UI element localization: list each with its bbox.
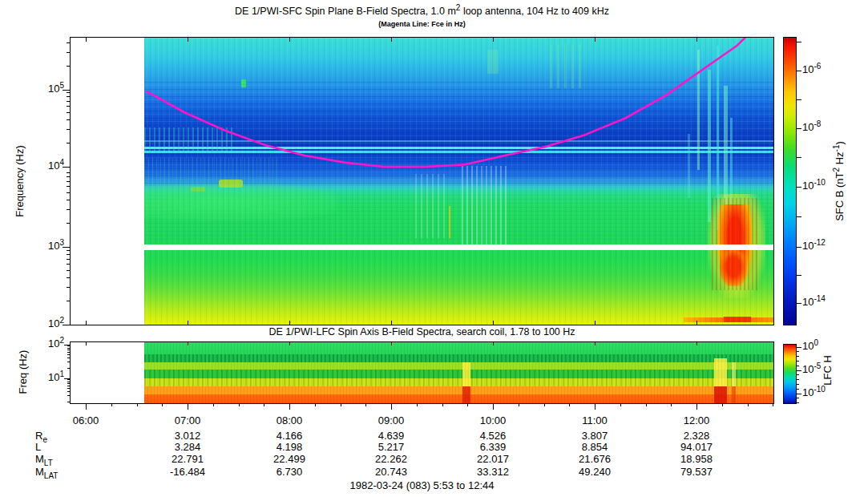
lfc-colorbar-tick-label: 10-10 [802, 386, 826, 398]
tick-mark [696, 38, 697, 42]
tick-mark [67, 362, 71, 362]
ephemeris-value: 4.639 [355, 430, 427, 442]
tick-mark [188, 38, 188, 42]
tick-mark [391, 403, 392, 410]
tick-mark [67, 264, 71, 265]
ephemeris-value: 4.166 [253, 430, 325, 442]
x-axis-time-label: 11:00 [571, 414, 619, 426]
tick-mark [671, 403, 672, 406]
sfc-ytick-label: 102 [24, 317, 64, 329]
ephemeris-value: 8.854 [559, 441, 631, 453]
tick-mark [67, 270, 71, 271]
ephemeris-value: 20.743 [355, 466, 427, 478]
tick-mark [341, 403, 341, 406]
ephemeris-value: -16.484 [151, 466, 224, 478]
ephemeris-value: 33.312 [457, 466, 529, 478]
tick-mark [67, 379, 71, 380]
tick-mark [67, 52, 71, 53]
ephemeris-row-label: L [35, 441, 41, 453]
date-range-caption: 1982-03-24 (083) 5:53 to 12:44 [71, 479, 773, 491]
sfc-colorbar-tick-label: 10-8 [802, 121, 821, 133]
tick-mark [67, 348, 71, 349]
tick-mark [289, 38, 290, 42]
tick-mark [67, 259, 71, 260]
tick-mark [391, 321, 392, 325]
ephemeris-value: 3.012 [151, 430, 224, 442]
tick-mark [67, 383, 71, 384]
fce-line [71, 38, 773, 325]
tick-mark [67, 301, 71, 301]
tick-mark [796, 303, 801, 304]
tick-mark [696, 321, 697, 325]
tick-mark [188, 321, 188, 325]
tick-mark [67, 42, 71, 43]
lfc-spectrogram-image [71, 342, 773, 403]
tick-mark [796, 356, 799, 357]
sfc-colorbar-label: SFC B (nT2 Hz-1) [834, 141, 846, 221]
ephemeris-value: 5.217 [355, 441, 427, 453]
tick-mark [67, 176, 71, 177]
tick-mark [391, 342, 392, 345]
ephemeris-value: 6.730 [253, 466, 325, 478]
sfc-title-text2: loop antenna, 104 Hz to 409 kHz [460, 6, 609, 17]
tick-mark [391, 38, 392, 42]
tick-mark [289, 321, 290, 325]
lfc-colorbar-tick-label: 100 [802, 340, 818, 352]
tick-mark [67, 186, 71, 187]
sfc-colorbar-tick-label: 10-14 [802, 296, 826, 308]
sfc-colorbar [783, 37, 797, 325]
tick-mark [796, 394, 801, 394]
sfc-title: DE 1/PWI-SFC Spin Plane B-Field Spectra,… [71, 6, 773, 17]
tick-mark [796, 216, 801, 217]
ephemeris-value: 21.676 [559, 453, 631, 465]
tick-mark [67, 287, 71, 288]
sfc-colorbar-label-sup2: -1 [832, 144, 841, 152]
sfc-colorbar-tick-label: 10-12 [802, 240, 826, 252]
tick-mark [67, 200, 71, 200]
tick-mark [796, 347, 801, 348]
tick-mark [417, 403, 418, 406]
sfc-subtitle: (Magenta Line: Fce in Hz) [71, 20, 773, 28]
tick-mark [67, 96, 71, 97]
tick-mark [67, 254, 71, 255]
tick-mark [796, 157, 801, 158]
ephemeris-value: 4.526 [457, 430, 529, 442]
x-axis-time-label: 08:00 [265, 414, 313, 426]
tick-mark [67, 143, 71, 143]
tick-mark [289, 403, 290, 410]
tick-mark [595, 342, 595, 345]
tick-mark [796, 99, 801, 100]
tick-mark [67, 192, 71, 193]
tick-mark [264, 403, 264, 406]
tick-mark [67, 368, 71, 369]
tick-mark [796, 128, 801, 129]
ephemeris-row-label: Re [35, 430, 47, 442]
x-axis-time-label: 06:00 [62, 414, 110, 426]
tick-mark [796, 389, 799, 390]
tick-mark [67, 209, 71, 210]
ephemeris-value: 2.328 [660, 430, 733, 442]
lfc-colorbar-label: LFC H [822, 355, 834, 386]
tick-mark [493, 38, 494, 42]
ephemeris-value: 22.017 [457, 453, 529, 465]
tick-mark [67, 386, 71, 386]
sfc-colorbar-label-close: ) [834, 141, 846, 144]
sfc-colorbar-label-sup1: 2 [832, 168, 841, 172]
tick-mark [773, 403, 773, 406]
tick-mark [188, 403, 188, 410]
tick-mark [239, 403, 240, 406]
x-axis-time-label: 10:00 [469, 414, 517, 426]
tick-mark [796, 379, 799, 380]
tick-mark [111, 403, 112, 406]
sfc-spectrogram-image [71, 38, 773, 325]
tick-mark [796, 361, 799, 362]
tick-mark [493, 403, 494, 410]
tick-mark [595, 38, 595, 42]
sfc-ytick-label: 105 [24, 83, 64, 95]
ephemeris-value: 6.339 [457, 441, 529, 453]
sfc-colorbar-tick-label: 10-6 [802, 63, 821, 75]
tick-mark [620, 403, 621, 406]
ephemeris-value: 22.499 [253, 453, 325, 465]
tick-mark [796, 402, 799, 403]
tick-mark [544, 403, 545, 406]
